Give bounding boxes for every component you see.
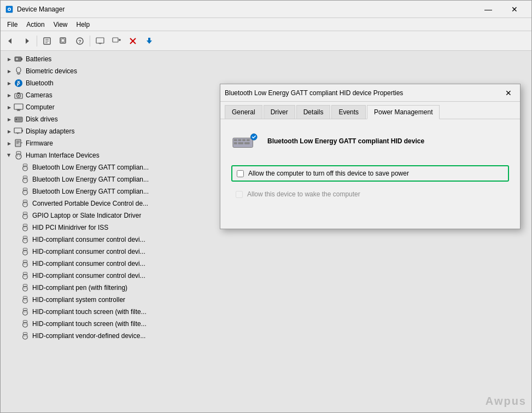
svg-rect-121 bbox=[244, 142, 250, 144]
help-button[interactable]: ? bbox=[72, 34, 87, 48]
svg-rect-117 bbox=[242, 139, 245, 141]
menu-bar: File Action View Help bbox=[1, 18, 531, 31]
toolbar-separator-2 bbox=[90, 36, 90, 46]
main-window: Device Manager — ✕ File Action View Help… bbox=[0, 0, 532, 413]
back-button[interactable] bbox=[3, 34, 18, 48]
tab-driver[interactable]: Driver bbox=[264, 105, 295, 119]
scan-button[interactable] bbox=[56, 34, 71, 48]
allow-wake-checkbox[interactable] bbox=[236, 191, 243, 198]
svg-rect-116 bbox=[238, 139, 242, 141]
device-header: Bluetooth Low Energy GATT compliant HID … bbox=[231, 130, 509, 152]
minimize-button[interactable]: — bbox=[476, 1, 501, 18]
toolbar: ? bbox=[1, 31, 531, 51]
svg-marker-3 bbox=[8, 38, 11, 44]
menu-help[interactable]: Help bbox=[72, 20, 95, 30]
svg-rect-120 bbox=[238, 142, 244, 144]
dialog-content: Bluetooth Low Energy GATT compliant HID … bbox=[220, 119, 520, 229]
svg-rect-10 bbox=[61, 39, 65, 42]
tab-events[interactable]: Events bbox=[331, 105, 366, 119]
modal-overlay: Bluetooth Low Energy GATT compliant HID … bbox=[1, 51, 531, 412]
svg-point-2 bbox=[9, 8, 10, 10]
add-device-button[interactable] bbox=[109, 34, 124, 48]
forward-button[interactable] bbox=[19, 34, 34, 48]
window-title: Device Manager bbox=[17, 5, 476, 13]
tab-general[interactable]: General bbox=[225, 105, 262, 119]
update-driver-button[interactable] bbox=[142, 34, 157, 48]
window-controls: — ✕ bbox=[476, 1, 527, 18]
svg-rect-22 bbox=[148, 38, 150, 41]
allow-off-label[interactable]: Allow the computer to turn off this devi… bbox=[248, 170, 409, 177]
tab-power-management[interactable]: Power Management bbox=[367, 105, 440, 119]
menu-action[interactable]: Action bbox=[22, 20, 49, 30]
menu-view[interactable]: View bbox=[49, 20, 72, 30]
monitor-button[interactable] bbox=[92, 34, 108, 48]
tab-details[interactable]: Details bbox=[296, 105, 331, 119]
svg-rect-119 bbox=[234, 142, 237, 144]
close-button[interactable]: ✕ bbox=[502, 1, 527, 18]
device-name: Bluetooth Low Energy GATT compliant HID … bbox=[267, 137, 424, 145]
allow-wake-label: Allow this device to wake the computer bbox=[247, 190, 360, 198]
device-tree-content[interactable]: ▶ Batteries ▶ Biometric devices ▶ Blueto… bbox=[1, 51, 531, 412]
dialog-close-button[interactable]: ✕ bbox=[501, 86, 516, 100]
svg-text:?: ? bbox=[78, 39, 81, 44]
app-icon bbox=[5, 5, 14, 14]
menu-file[interactable]: File bbox=[3, 20, 22, 30]
svg-rect-13 bbox=[96, 38, 104, 43]
allow-off-checkbox-row: Allow the computer to turn off this devi… bbox=[231, 165, 509, 182]
allow-off-checkbox[interactable] bbox=[237, 170, 244, 177]
svg-rect-115 bbox=[234, 139, 237, 141]
svg-rect-118 bbox=[247, 139, 250, 141]
svg-rect-16 bbox=[113, 38, 118, 42]
device-icon bbox=[231, 130, 259, 152]
svg-marker-4 bbox=[26, 38, 29, 44]
properties-button[interactable] bbox=[39, 34, 55, 48]
dialog-tabs: General Driver Details Events Power Mana… bbox=[220, 102, 520, 119]
properties-dialog: Bluetooth Low Energy GATT compliant HID … bbox=[220, 84, 521, 229]
remove-device-button[interactable] bbox=[125, 34, 141, 48]
title-bar: Device Manager — ✕ bbox=[1, 1, 531, 18]
allow-wake-checkbox-row: Allow this device to wake the computer bbox=[231, 187, 509, 201]
dialog-title: Bluetooth Low Energy GATT compliant HID … bbox=[225, 89, 501, 97]
toolbar-separator-1 bbox=[37, 36, 37, 46]
dialog-title-bar: Bluetooth Low Energy GATT compliant HID … bbox=[220, 84, 520, 102]
